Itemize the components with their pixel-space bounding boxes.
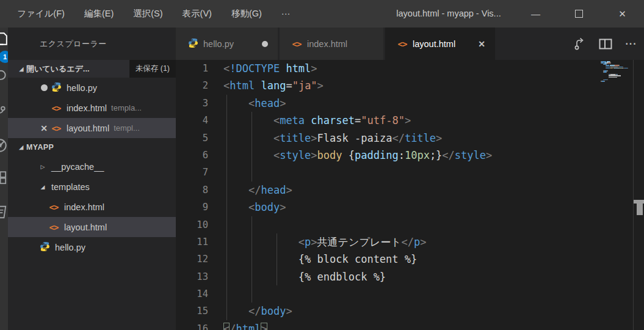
file-label: layout.html: [67, 123, 109, 133]
open-editor-hello.py[interactable]: hello.py: [8, 78, 176, 98]
tree-item-layout.html[interactable]: <>layout.html: [8, 217, 176, 237]
menu-item-5[interactable]: 移動(G): [222, 0, 272, 28]
code-line-3: 3 <head>: [176, 95, 644, 112]
html-file-icon: <>: [49, 123, 63, 133]
file-label: index.html: [67, 103, 107, 113]
menu-item-2[interactable]: 編集(E): [74, 0, 123, 28]
indent-guide: [251, 147, 252, 164]
indent-guide: [226, 285, 227, 302]
code-line-8: 8 </head>: [176, 182, 644, 199]
html-file-icon: <>: [396, 39, 408, 49]
open-changes-icon[interactable]: [573, 37, 587, 51]
open-editors-list: hello.py<>index.htmltempla...✕<>layout.h…: [8, 78, 176, 138]
code-line-9: 9 <body>: [176, 199, 644, 216]
debug-icon[interactable]: [0, 138, 8, 153]
code-editor[interactable]: 1<!DOCTYPE html>2<html lang="ja">3 <head…: [176, 60, 644, 330]
maximize-icon: [575, 10, 583, 18]
file-label: hello.py: [55, 243, 85, 252]
modified-dot-icon: [262, 41, 268, 47]
code-line-15: 15 </body>: [176, 302, 644, 320]
modified-dot-icon: [41, 84, 48, 91]
indent-guide: [251, 112, 252, 129]
indent-guide: [251, 233, 252, 251]
line-number: 15: [176, 302, 208, 320]
source-control-icon[interactable]: [0, 105, 8, 121]
python-icon: [188, 38, 198, 48]
project-root-header[interactable]: ◢ MYAPP: [8, 138, 176, 156]
tree-item-hello.py[interactable]: hello.py: [8, 237, 176, 257]
code-line-1: 1<!DOCTYPE html>: [176, 60, 644, 77]
tree-item-templates[interactable]: ◢templates: [8, 177, 176, 197]
code-line-10: 10: [176, 216, 644, 233]
editor-scrollbar[interactable]: [633, 60, 644, 330]
code-line-12: 12 {% block content %}: [176, 251, 644, 268]
code-line-6: 6 <style>body {padding:10px;}</style>: [176, 147, 644, 164]
open-editors-label: 開いているエデ...: [26, 64, 90, 75]
html-file-icon: <>: [47, 202, 60, 212]
close-editor-icon[interactable]: ✕: [40, 123, 48, 133]
line-number: 13: [176, 268, 208, 285]
menu-item-6[interactable]: ···: [272, 0, 300, 28]
indent-guide: [226, 95, 227, 112]
references-icon[interactable]: [0, 204, 8, 220]
open-editors-header[interactable]: ◢ 開いているエデ... 未保存 (1): [8, 60, 176, 78]
explorer-icon[interactable]: [0, 31, 8, 46]
chevron-expanded-icon: ◢: [16, 144, 26, 150]
menu-item-4[interactable]: 表示(V): [173, 0, 222, 28]
file-path-suffix: templ...: [114, 123, 140, 133]
minimize-button[interactable]: —: [514, 0, 557, 28]
indent-guide: [251, 164, 252, 181]
html-file-icon: <>: [291, 39, 303, 49]
indent-guide: [226, 147, 227, 164]
close-icon: ✕: [618, 9, 626, 20]
line-number: 2: [176, 77, 208, 94]
minimap[interactable]: [601, 61, 632, 82]
tree-item-index.html[interactable]: <>index.html: [8, 197, 176, 217]
line-number: 11: [176, 233, 208, 251]
extensions-icon[interactable]: [0, 170, 8, 186]
chevron-expanded-icon: ◢: [38, 184, 48, 190]
python-icon: [38, 241, 51, 254]
indent-guide: [251, 285, 252, 302]
menu-item-3[interactable]: 選択(S): [123, 0, 172, 28]
sidebar-title: エクスプローラー: [8, 28, 176, 60]
code-line-4: 4 <meta charset="utf-8">: [176, 112, 644, 129]
tab-label: hello.py: [203, 39, 234, 49]
html-file-icon: <>: [49, 202, 59, 212]
html-file-icon: <>: [398, 39, 407, 49]
line-number: 3: [176, 95, 208, 112]
file-label: templates: [51, 182, 90, 192]
open-editor-layout.html[interactable]: ✕<>layout.htmltempl...: [8, 118, 176, 138]
more-actions-icon[interactable]: ···: [624, 37, 638, 51]
tab-index.html[interactable]: <>index.html: [280, 28, 383, 60]
python-icon: [187, 38, 199, 50]
tree-item-__pycache__[interactable]: ▷__pycache__: [8, 156, 176, 177]
indent-guide: [277, 251, 277, 268]
line-number: 7: [176, 164, 208, 181]
file-label: layout.html: [64, 222, 107, 232]
python-icon: [40, 241, 50, 252]
maximize-button[interactable]: [557, 0, 601, 28]
close-tab-icon[interactable]: ✕: [478, 39, 485, 49]
code-line-16: 16</html>: [176, 320, 644, 330]
split-editor-icon[interactable]: [599, 37, 612, 51]
tab-layout.html[interactable]: <>layout.html✕: [385, 28, 495, 60]
close-button[interactable]: ✕: [601, 0, 644, 28]
line-number: 9: [176, 199, 208, 216]
menu-item-1[interactable]: ファイル(F): [7, 0, 74, 28]
search-icon[interactable]: [0, 68, 8, 84]
html-file-icon: <>: [292, 39, 302, 49]
html-file-icon: <>: [52, 103, 61, 113]
indent-guide: [226, 216, 227, 233]
html-file-icon: <>: [52, 123, 61, 133]
minimap-line: [601, 68, 632, 69]
python-icon: [51, 82, 62, 92]
tab-hello.py[interactable]: hello.py: [176, 28, 278, 60]
explorer-badge: 1: [0, 51, 8, 63]
menu-bar: ファイル(F)編集(E)選択(S)表示(V)移動(G)···: [7, 0, 300, 28]
open-editor-index.html[interactable]: <>index.htmltempla...: [8, 98, 176, 118]
window-controls: — ✕: [514, 0, 644, 28]
file-path-suffix: templa...: [111, 103, 142, 112]
title-bar: ファイル(F)編集(E)選択(S)表示(V)移動(G)··· layout.ht…: [0, 0, 644, 28]
code-line-11: 11 <p>共通テンプレート</p>: [176, 233, 644, 251]
